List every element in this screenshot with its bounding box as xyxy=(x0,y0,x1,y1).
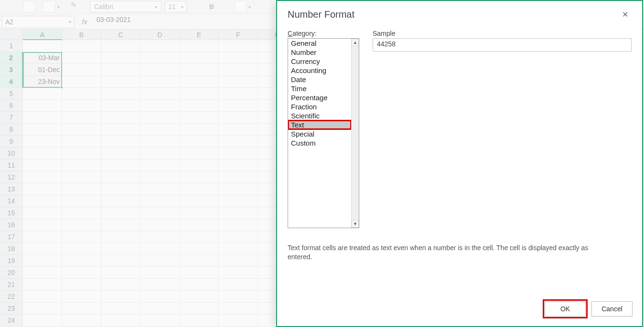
cell[interactable] xyxy=(101,100,140,112)
cell[interactable] xyxy=(180,291,219,303)
cells-area[interactable]: 03-Mar01-Dec23-Nov xyxy=(23,40,297,327)
cell[interactable] xyxy=(101,255,140,267)
cell[interactable] xyxy=(23,159,62,171)
cell[interactable] xyxy=(23,231,62,243)
cell[interactable] xyxy=(101,124,140,136)
row-header[interactable]: 19 xyxy=(0,255,23,267)
cell[interactable] xyxy=(180,303,219,315)
cell[interactable] xyxy=(62,267,101,279)
cell[interactable] xyxy=(62,231,101,243)
cell[interactable] xyxy=(23,136,62,148)
cell[interactable]: 01-Dec xyxy=(23,64,62,76)
cell[interactable] xyxy=(140,315,180,327)
cell[interactable] xyxy=(140,100,180,112)
row-header[interactable]: 24 xyxy=(0,315,23,327)
cell[interactable] xyxy=(23,267,62,279)
cell[interactable] xyxy=(101,136,140,148)
cell[interactable] xyxy=(140,183,180,195)
column-header[interactable]: D xyxy=(140,30,180,40)
cell[interactable] xyxy=(219,159,258,171)
cell[interactable] xyxy=(62,76,101,88)
cell[interactable] xyxy=(62,171,101,183)
row-header[interactable]: 3 xyxy=(0,64,23,76)
cell[interactable] xyxy=(62,243,101,255)
cell[interactable] xyxy=(62,303,101,315)
cell[interactable] xyxy=(101,159,140,171)
cell[interactable] xyxy=(219,183,258,195)
row-header[interactable]: 2 xyxy=(0,52,23,64)
cell[interactable] xyxy=(140,207,180,219)
row-header[interactable]: 5 xyxy=(0,88,23,100)
cell[interactable] xyxy=(219,100,258,112)
cell[interactable] xyxy=(219,315,258,327)
row-header[interactable]: 11 xyxy=(0,159,23,171)
cell[interactable] xyxy=(140,136,180,148)
cell[interactable] xyxy=(62,88,101,100)
cell[interactable] xyxy=(140,291,180,303)
cell[interactable] xyxy=(180,315,219,327)
cell[interactable] xyxy=(101,52,140,64)
cell[interactable] xyxy=(62,136,101,148)
row-header[interactable]: 17 xyxy=(0,231,23,243)
cell[interactable] xyxy=(219,76,258,88)
cell[interactable] xyxy=(219,64,258,76)
cell[interactable] xyxy=(23,40,62,52)
font-name-combo[interactable]: Calibri ▾ xyxy=(90,1,161,12)
cell[interactable] xyxy=(62,64,101,76)
cell[interactable] xyxy=(62,219,101,231)
cell[interactable] xyxy=(180,88,219,100)
cell[interactable] xyxy=(62,100,101,112)
cell[interactable] xyxy=(62,159,101,171)
cell[interactable] xyxy=(101,64,140,76)
cell[interactable] xyxy=(140,231,180,243)
cell[interactable] xyxy=(23,291,62,303)
cell[interactable] xyxy=(180,219,219,231)
cell[interactable] xyxy=(180,243,219,255)
cell[interactable] xyxy=(62,148,101,159)
row-header[interactable]: 9 xyxy=(0,136,23,148)
category-listbox[interactable]: GeneralNumberCurrencyAccountingDateTimeP… xyxy=(288,38,359,228)
cell[interactable] xyxy=(180,255,219,267)
column-header[interactable]: F xyxy=(219,30,258,40)
cell[interactable] xyxy=(219,255,258,267)
list-item[interactable]: Percentage xyxy=(288,93,351,102)
cancel-button[interactable]: Cancel xyxy=(591,301,633,316)
cell[interactable] xyxy=(219,243,258,255)
cell[interactable]: 23-Nov xyxy=(23,76,62,88)
row-header[interactable]: 23 xyxy=(0,303,23,315)
row-header[interactable]: 1 xyxy=(0,40,23,52)
cell[interactable] xyxy=(23,148,62,159)
cell[interactable] xyxy=(219,231,258,243)
cell[interactable] xyxy=(180,52,219,64)
row-header[interactable]: 14 xyxy=(0,195,23,207)
cell[interactable] xyxy=(140,159,180,171)
cell[interactable] xyxy=(180,171,219,183)
cell[interactable] xyxy=(62,279,101,291)
cell[interactable] xyxy=(101,171,140,183)
cell[interactable] xyxy=(23,100,62,112)
cell[interactable] xyxy=(219,171,258,183)
row-header[interactable]: 22 xyxy=(0,291,23,303)
cell[interactable] xyxy=(140,171,180,183)
row-header[interactable]: 15 xyxy=(0,207,23,219)
cell[interactable] xyxy=(219,207,258,219)
cell[interactable] xyxy=(23,207,62,219)
list-item[interactable]: Accounting xyxy=(288,66,351,75)
cell[interactable] xyxy=(23,243,62,255)
cell[interactable] xyxy=(62,52,101,64)
cell[interactable] xyxy=(101,267,140,279)
column-header[interactable]: A xyxy=(23,30,62,40)
cell[interactable] xyxy=(219,303,258,315)
cell[interactable] xyxy=(219,88,258,100)
cell[interactable] xyxy=(23,183,62,195)
cell[interactable] xyxy=(62,183,101,195)
cell[interactable] xyxy=(23,195,62,207)
cell[interactable] xyxy=(101,88,140,100)
cell[interactable] xyxy=(180,40,219,52)
cell[interactable] xyxy=(180,207,219,219)
cell[interactable] xyxy=(101,219,140,231)
cell[interactable] xyxy=(62,315,101,327)
cell[interactable] xyxy=(180,124,219,136)
cell[interactable] xyxy=(219,219,258,231)
list-item[interactable]: Date xyxy=(288,75,351,84)
